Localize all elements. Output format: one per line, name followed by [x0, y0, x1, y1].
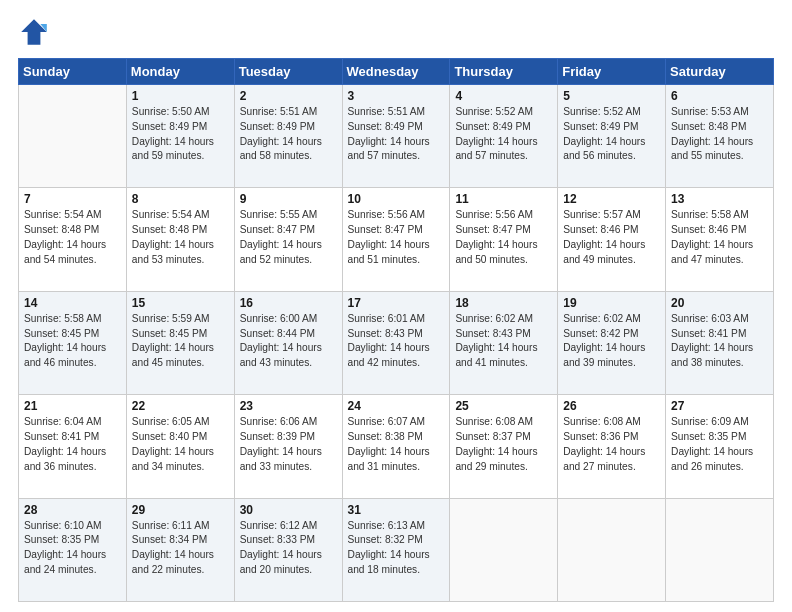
day-number: 12 — [563, 192, 660, 206]
calendar-cell — [666, 498, 774, 601]
calendar-cell: 18Sunrise: 6:02 AM Sunset: 8:43 PM Dayli… — [450, 291, 558, 394]
day-info: Sunrise: 6:07 AM Sunset: 8:38 PM Dayligh… — [348, 415, 445, 474]
calendar-cell: 1Sunrise: 5:50 AM Sunset: 8:49 PM Daylig… — [126, 85, 234, 188]
calendar-cell: 10Sunrise: 5:56 AM Sunset: 8:47 PM Dayli… — [342, 188, 450, 291]
day-number: 10 — [348, 192, 445, 206]
calendar-cell: 23Sunrise: 6:06 AM Sunset: 8:39 PM Dayli… — [234, 395, 342, 498]
day-info: Sunrise: 5:56 AM Sunset: 8:47 PM Dayligh… — [455, 208, 552, 267]
calendar-cell: 20Sunrise: 6:03 AM Sunset: 8:41 PM Dayli… — [666, 291, 774, 394]
day-number: 11 — [455, 192, 552, 206]
header-day: Monday — [126, 59, 234, 85]
day-info: Sunrise: 5:55 AM Sunset: 8:47 PM Dayligh… — [240, 208, 337, 267]
calendar-cell: 30Sunrise: 6:12 AM Sunset: 8:33 PM Dayli… — [234, 498, 342, 601]
day-number: 5 — [563, 89, 660, 103]
day-info: Sunrise: 6:00 AM Sunset: 8:44 PM Dayligh… — [240, 312, 337, 371]
calendar-cell: 19Sunrise: 6:02 AM Sunset: 8:42 PM Dayli… — [558, 291, 666, 394]
calendar-cell: 11Sunrise: 5:56 AM Sunset: 8:47 PM Dayli… — [450, 188, 558, 291]
day-info: Sunrise: 5:57 AM Sunset: 8:46 PM Dayligh… — [563, 208, 660, 267]
day-info: Sunrise: 5:56 AM Sunset: 8:47 PM Dayligh… — [348, 208, 445, 267]
calendar-cell: 5Sunrise: 5:52 AM Sunset: 8:49 PM Daylig… — [558, 85, 666, 188]
calendar-cell: 24Sunrise: 6:07 AM Sunset: 8:38 PM Dayli… — [342, 395, 450, 498]
day-number: 20 — [671, 296, 768, 310]
calendar-cell: 26Sunrise: 6:08 AM Sunset: 8:36 PM Dayli… — [558, 395, 666, 498]
calendar-cell: 14Sunrise: 5:58 AM Sunset: 8:45 PM Dayli… — [19, 291, 127, 394]
day-number: 24 — [348, 399, 445, 413]
day-number: 2 — [240, 89, 337, 103]
day-info: Sunrise: 6:10 AM Sunset: 8:35 PM Dayligh… — [24, 519, 121, 578]
calendar-cell: 6Sunrise: 5:53 AM Sunset: 8:48 PM Daylig… — [666, 85, 774, 188]
day-number: 18 — [455, 296, 552, 310]
calendar-cell: 4Sunrise: 5:52 AM Sunset: 8:49 PM Daylig… — [450, 85, 558, 188]
day-info: Sunrise: 5:50 AM Sunset: 8:49 PM Dayligh… — [132, 105, 229, 164]
day-number: 19 — [563, 296, 660, 310]
day-number: 27 — [671, 399, 768, 413]
calendar-cell: 17Sunrise: 6:01 AM Sunset: 8:43 PM Dayli… — [342, 291, 450, 394]
day-number: 8 — [132, 192, 229, 206]
day-info: Sunrise: 6:03 AM Sunset: 8:41 PM Dayligh… — [671, 312, 768, 371]
page-header — [18, 16, 774, 48]
header-day: Sunday — [19, 59, 127, 85]
calendar-cell: 22Sunrise: 6:05 AM Sunset: 8:40 PM Dayli… — [126, 395, 234, 498]
day-info: Sunrise: 5:54 AM Sunset: 8:48 PM Dayligh… — [24, 208, 121, 267]
calendar-cell: 8Sunrise: 5:54 AM Sunset: 8:48 PM Daylig… — [126, 188, 234, 291]
calendar-cell: 12Sunrise: 5:57 AM Sunset: 8:46 PM Dayli… — [558, 188, 666, 291]
calendar-cell: 13Sunrise: 5:58 AM Sunset: 8:46 PM Dayli… — [666, 188, 774, 291]
day-number: 28 — [24, 503, 121, 517]
day-number: 25 — [455, 399, 552, 413]
day-number: 29 — [132, 503, 229, 517]
day-number: 6 — [671, 89, 768, 103]
day-info: Sunrise: 5:59 AM Sunset: 8:45 PM Dayligh… — [132, 312, 229, 371]
logo — [18, 16, 54, 48]
calendar-cell: 21Sunrise: 6:04 AM Sunset: 8:41 PM Dayli… — [19, 395, 127, 498]
day-info: Sunrise: 6:02 AM Sunset: 8:42 PM Dayligh… — [563, 312, 660, 371]
day-info: Sunrise: 6:02 AM Sunset: 8:43 PM Dayligh… — [455, 312, 552, 371]
day-number: 13 — [671, 192, 768, 206]
day-number: 22 — [132, 399, 229, 413]
day-number: 9 — [240, 192, 337, 206]
day-info: Sunrise: 5:54 AM Sunset: 8:48 PM Dayligh… — [132, 208, 229, 267]
day-info: Sunrise: 6:08 AM Sunset: 8:37 PM Dayligh… — [455, 415, 552, 474]
calendar-cell: 16Sunrise: 6:00 AM Sunset: 8:44 PM Dayli… — [234, 291, 342, 394]
calendar-cell — [450, 498, 558, 601]
svg-marker-0 — [21, 19, 47, 45]
day-info: Sunrise: 6:05 AM Sunset: 8:40 PM Dayligh… — [132, 415, 229, 474]
calendar-cell: 27Sunrise: 6:09 AM Sunset: 8:35 PM Dayli… — [666, 395, 774, 498]
day-info: Sunrise: 6:11 AM Sunset: 8:34 PM Dayligh… — [132, 519, 229, 578]
day-info: Sunrise: 5:58 AM Sunset: 8:45 PM Dayligh… — [24, 312, 121, 371]
day-info: Sunrise: 6:01 AM Sunset: 8:43 PM Dayligh… — [348, 312, 445, 371]
calendar-cell: 25Sunrise: 6:08 AM Sunset: 8:37 PM Dayli… — [450, 395, 558, 498]
day-info: Sunrise: 5:51 AM Sunset: 8:49 PM Dayligh… — [348, 105, 445, 164]
day-number: 26 — [563, 399, 660, 413]
header-day: Thursday — [450, 59, 558, 85]
calendar-cell — [19, 85, 127, 188]
calendar-cell: 2Sunrise: 5:51 AM Sunset: 8:49 PM Daylig… — [234, 85, 342, 188]
day-info: Sunrise: 5:58 AM Sunset: 8:46 PM Dayligh… — [671, 208, 768, 267]
calendar-cell: 15Sunrise: 5:59 AM Sunset: 8:45 PM Dayli… — [126, 291, 234, 394]
day-number: 30 — [240, 503, 337, 517]
day-number: 16 — [240, 296, 337, 310]
header-day: Wednesday — [342, 59, 450, 85]
calendar-cell: 29Sunrise: 6:11 AM Sunset: 8:34 PM Dayli… — [126, 498, 234, 601]
day-info: Sunrise: 6:09 AM Sunset: 8:35 PM Dayligh… — [671, 415, 768, 474]
day-info: Sunrise: 5:52 AM Sunset: 8:49 PM Dayligh… — [563, 105, 660, 164]
header-day: Saturday — [666, 59, 774, 85]
day-number: 15 — [132, 296, 229, 310]
calendar-table: SundayMondayTuesdayWednesdayThursdayFrid… — [18, 58, 774, 602]
calendar-cell: 28Sunrise: 6:10 AM Sunset: 8:35 PM Dayli… — [19, 498, 127, 601]
calendar-cell — [558, 498, 666, 601]
day-info: Sunrise: 5:53 AM Sunset: 8:48 PM Dayligh… — [671, 105, 768, 164]
day-number: 4 — [455, 89, 552, 103]
day-number: 21 — [24, 399, 121, 413]
day-number: 23 — [240, 399, 337, 413]
day-info: Sunrise: 5:51 AM Sunset: 8:49 PM Dayligh… — [240, 105, 337, 164]
day-number: 17 — [348, 296, 445, 310]
calendar-cell: 9Sunrise: 5:55 AM Sunset: 8:47 PM Daylig… — [234, 188, 342, 291]
day-number: 1 — [132, 89, 229, 103]
day-info: Sunrise: 6:06 AM Sunset: 8:39 PM Dayligh… — [240, 415, 337, 474]
day-number: 31 — [348, 503, 445, 517]
header-day: Friday — [558, 59, 666, 85]
day-info: Sunrise: 5:52 AM Sunset: 8:49 PM Dayligh… — [455, 105, 552, 164]
logo-icon — [18, 16, 50, 48]
day-number: 3 — [348, 89, 445, 103]
calendar-cell: 31Sunrise: 6:13 AM Sunset: 8:32 PM Dayli… — [342, 498, 450, 601]
